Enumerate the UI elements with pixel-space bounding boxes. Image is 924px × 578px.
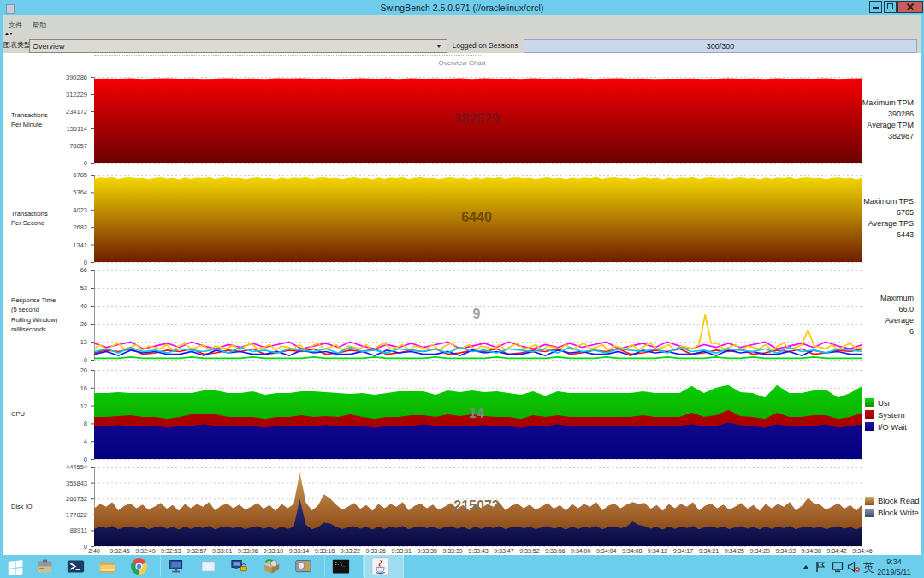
xaxis-label: 9:34:21 xyxy=(699,548,719,554)
chart-tps-stats: Maximum TPS6705Average TPS6443 xyxy=(777,196,914,241)
xaxis-label: 9:34:04 xyxy=(596,548,616,554)
xaxis-label: 9:34:17 xyxy=(673,548,693,554)
toolbar-handle xyxy=(3,31,921,37)
xaxis-label: 9:33:52 xyxy=(519,548,539,554)
sessions-label: Logged on Sessions xyxy=(448,41,522,50)
legend-swatch xyxy=(865,410,874,419)
legend-swatch xyxy=(865,398,874,407)
chart-type-label: 图表类型 xyxy=(3,40,31,50)
xaxis-label: 9:33:31 xyxy=(392,548,412,554)
chart-tpm-ytick: 78057 xyxy=(34,142,87,150)
taskbar-icon-start[interactable] xyxy=(7,557,25,575)
xaxis-label: 9:33:14 xyxy=(289,548,309,554)
legend-swatch xyxy=(865,422,874,431)
maximize-button[interactable] xyxy=(884,1,897,13)
chart-disk-ytick: 0 xyxy=(34,543,87,551)
chart-tps-ytick: 2682 xyxy=(34,223,87,231)
taskbar-icon-this-pc[interactable] xyxy=(168,557,186,575)
xaxis-label: 9:33:01 xyxy=(212,548,232,554)
handle-down-arrow-icon[interactable] xyxy=(9,33,13,35)
menu-item-file[interactable]: 文件 xyxy=(3,15,27,30)
chart-tpm-ytick: 156114 xyxy=(34,125,87,133)
legend-swatch xyxy=(865,497,874,505)
xaxis-label: 9:32:49 xyxy=(135,548,155,554)
chart-rt-ytick: 26 xyxy=(34,320,87,328)
xaxis-label: 9:34:33 xyxy=(776,548,796,554)
xaxis-label: 2:40 xyxy=(88,548,100,554)
chart-tpm-ytick: 0 xyxy=(34,159,87,167)
chart-disk-left-label: Disk IO xyxy=(11,502,33,512)
taskbar-icon-powershell[interactable] xyxy=(67,557,85,575)
taskbar-icon-cmd[interactable]: C:\_ xyxy=(332,557,350,575)
tray-time: 9:34 xyxy=(868,557,921,567)
xaxis-label: 9:34:29 xyxy=(750,548,770,554)
chart-cpu-overlay-value: 14 xyxy=(382,406,571,421)
svg-text:C:\_: C:\_ xyxy=(335,561,346,567)
chart-cpu-ytick: 20 xyxy=(34,366,87,374)
chart-disk-ytick: 266732 xyxy=(34,495,87,503)
chart-tpm-ytick: 390286 xyxy=(34,74,87,81)
xaxis-label: 9:32:53 xyxy=(161,548,181,554)
tray-icon-network[interactable] xyxy=(832,561,844,576)
chart-disk-ytick: 355843 xyxy=(34,480,87,487)
chart-type-combobox[interactable]: Overview xyxy=(29,39,447,53)
chart-tpm-overlay-value: 382829 xyxy=(382,111,571,127)
chart-cpu-legend: UsrSystemI/O Wait xyxy=(865,396,907,432)
tray-show-hidden-icons[interactable] xyxy=(803,565,809,569)
tray-icon-volume-mute[interactable] xyxy=(847,561,860,576)
xaxis-label: 9:33:18 xyxy=(315,548,335,554)
taskbar-separator xyxy=(160,556,161,577)
taskbar-icon-java[interactable] xyxy=(371,557,389,575)
title-bar: SwingBench 2.5.0.971 (//oraclelinux/orcl… xyxy=(0,0,924,15)
taskbar-icon-deploy[interactable] xyxy=(231,557,249,575)
window-frame-left xyxy=(0,15,3,555)
taskbar-icon-installer[interactable] xyxy=(263,557,281,575)
chart-cpu-ytick: 8 xyxy=(34,420,87,427)
xaxis-label: 9:33:26 xyxy=(366,548,386,554)
taskbar-clock[interactable]: 9:342019/5/11 xyxy=(868,557,921,577)
legend-label: Block Write xyxy=(878,508,919,517)
handle-up-arrow-icon[interactable] xyxy=(5,33,9,35)
focus-dotted-line xyxy=(94,55,481,56)
menu-bar: 文件帮助 xyxy=(3,15,921,31)
legend-label: Usr xyxy=(878,398,891,408)
chart-rt-ytick: 66 xyxy=(34,266,87,274)
taskbar-icon-hdd[interactable] xyxy=(294,557,312,575)
xaxis-label: 9:32:45 xyxy=(110,548,129,554)
window-frame-right xyxy=(921,15,924,555)
xaxis-label: 9:33:47 xyxy=(494,548,513,554)
xaxis-label: 9:33:43 xyxy=(468,548,488,554)
combo-dropdown-arrow-icon[interactable] xyxy=(436,45,441,48)
chart-cpu-ytick: 4 xyxy=(34,438,87,445)
xaxis-label: 9:33:56 xyxy=(545,548,565,554)
chart-disk-ytick: 88911 xyxy=(34,527,87,534)
chart-rt-ytick: 53 xyxy=(34,284,87,292)
chart-cpu-ytick: 16 xyxy=(34,384,87,392)
chart-disk-overlay-value: 215073 xyxy=(382,498,571,514)
taskbar-icon-window[interactable] xyxy=(199,557,217,575)
chart-tps-ytick: 0 xyxy=(34,259,87,266)
taskbar-separator xyxy=(363,556,364,577)
window-title: SwingBench 2.5.0.971 (//oraclelinux/orcl… xyxy=(0,0,924,15)
chart-tps-overlay-value: 6440 xyxy=(382,210,571,225)
taskbar-icon-server-manager[interactable] xyxy=(36,557,54,575)
sessions-progressbar: 300/300 xyxy=(524,39,917,53)
menu-item-help[interactable]: 帮助 xyxy=(27,15,51,30)
chart-tpm-ytick: 312229 xyxy=(34,91,87,98)
xaxis-label: 9:33:22 xyxy=(341,548,360,554)
taskbar-icon-chrome[interactable] xyxy=(130,557,148,575)
chart-disk-legend: Block ReadBlock Write xyxy=(865,495,920,519)
chart-disk-ytick: 177822 xyxy=(34,511,87,519)
tray-icon-flag[interactable] xyxy=(814,561,826,576)
chart-cpu-ytick: 0 xyxy=(34,456,87,463)
close-button[interactable] xyxy=(897,1,923,13)
chart-rt-overlay-value: 9 xyxy=(382,307,571,322)
chart-rt-ytick: 13 xyxy=(34,338,87,346)
xaxis-label: 9:33:06 xyxy=(238,548,258,554)
chart-rt-stats: Maximum66.0Average6 xyxy=(777,293,914,337)
chart-disk-ytick: 444554 xyxy=(34,463,87,471)
xaxis-label: 9:34:38 xyxy=(801,548,820,554)
xaxis-label: 9:34:42 xyxy=(826,548,846,554)
minimize-button[interactable] xyxy=(869,1,882,13)
taskbar-icon-file-explorer[interactable] xyxy=(98,557,116,575)
